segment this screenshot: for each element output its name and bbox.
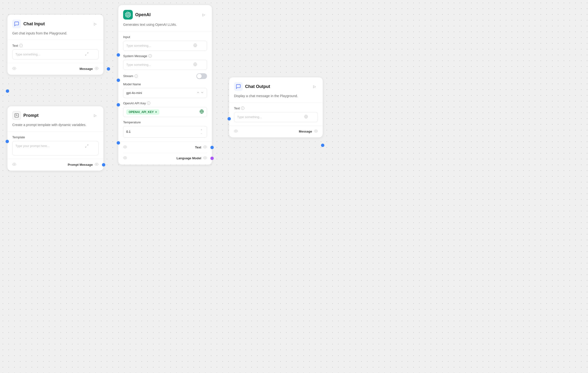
openai-sysmsg-field[interactable]: Type something... <box>123 60 207 70</box>
openai-langmodel-eye-left[interactable] <box>123 156 127 161</box>
openai-node: OpenAI ▷ Generates text using OpenAI LLM… <box>118 5 212 165</box>
openai-stream-label: Stream i <box>123 74 138 78</box>
openai-model-label: Model Name <box>123 83 207 86</box>
openai-model-select[interactable]: gpt-4o-mini <box>123 88 207 98</box>
model-chevron-icon <box>196 91 204 95</box>
openai-model-value: gpt-4o-mini <box>126 91 142 95</box>
openai-temp-value: 0.1 <box>126 130 131 134</box>
prompt-icon <box>12 111 21 120</box>
svg-point-10 <box>96 164 97 165</box>
chat-input-divider <box>8 40 103 40</box>
openai-temp-label: Temperature <box>123 121 207 124</box>
svg-point-9 <box>14 164 15 165</box>
prompt-footer: Prompt Message <box>8 159 103 171</box>
svg-point-23 <box>235 131 236 132</box>
chat-input-icon <box>12 20 21 28</box>
prompt-template-field[interactable]: Type your prompt here... <box>12 141 99 155</box>
chat-input-right-connector <box>107 67 110 71</box>
openai-footer-langmodel-row: Language Model <box>118 153 212 165</box>
openai-divider <box>118 31 212 31</box>
chat-output-header-left: Chat Output <box>234 82 270 91</box>
temp-stepper: + − <box>199 128 204 135</box>
openai-input-globe-icon <box>193 43 197 48</box>
prompt-run-button[interactable]: ▷ <box>92 112 99 119</box>
openai-input-field[interactable]: Type something... <box>123 41 207 51</box>
chat-input-footer-label: Message <box>80 66 99 71</box>
stream-info-icon: i <box>135 74 138 78</box>
openai-apikey-close-icon[interactable]: × <box>155 110 157 114</box>
prompt-node: Prompt ▷ Create a prompt template with d… <box>7 106 104 171</box>
svg-line-8 <box>85 146 86 147</box>
chat-output-body: Text i Type something... <box>229 106 323 122</box>
openai-header: OpenAI ▷ <box>118 5 212 22</box>
chat-input-node: Chat Input ▷ Get chat inputs from the Pl… <box>7 14 104 75</box>
openai-input-label: Input <box>123 35 207 39</box>
chat-input-title: Chat Input <box>23 21 45 27</box>
prompt-footer-label: Prompt Message <box>68 162 99 167</box>
svg-point-24 <box>315 131 316 132</box>
temp-decrement-button[interactable]: − <box>199 132 204 135</box>
openai-text-eye-left[interactable] <box>123 145 127 150</box>
prompt-body: Template Type your prompt here... <box>8 135 103 155</box>
openai-text-output-label: Text <box>195 145 201 149</box>
svg-point-19 <box>125 157 126 158</box>
openai-langmodel-eye-right[interactable] <box>203 156 207 161</box>
apikey-info-icon: i <box>147 102 150 105</box>
openai-text-eye-right[interactable] <box>203 145 207 150</box>
svg-line-0 <box>87 52 88 54</box>
chat-input-footer-left <box>12 66 16 71</box>
chat-output-eye-icon[interactable] <box>234 129 238 134</box>
openai-title: OpenAI <box>135 12 151 17</box>
chat-input-run-button[interactable]: ▷ <box>92 21 99 27</box>
prompt-footer-eye-icon[interactable] <box>95 162 99 167</box>
chat-output-header: Chat Output ▷ <box>229 77 323 94</box>
openai-apikey-globe-icon <box>200 109 204 114</box>
openai-apikey-connector <box>117 141 120 145</box>
prompt-header: Prompt ▷ <box>8 106 103 123</box>
chat-input-expand-icon <box>85 52 89 57</box>
openai-apikey-field[interactable]: OPENAI_API_KEY × <box>123 107 207 117</box>
svg-point-17 <box>125 146 126 147</box>
chat-input-message-label: Message <box>80 67 93 71</box>
chat-input-footer-eye-icon[interactable] <box>95 66 99 71</box>
prompt-divider <box>8 131 103 132</box>
chat-output-run-button[interactable]: ▷ <box>311 83 318 90</box>
chat-input-left-connector <box>6 89 9 93</box>
chat-input-eye-icon[interactable] <box>12 66 16 71</box>
chat-input-header: Chat Input ▷ <box>8 15 103 31</box>
chat-output-text-label: Text i <box>234 106 318 110</box>
temp-increment-button[interactable]: + <box>199 128 204 132</box>
chat-output-text-info-icon: i <box>241 106 244 110</box>
chat-output-left-connector <box>228 117 231 121</box>
openai-sysmsg-connector <box>117 79 120 82</box>
chat-output-footer-label: Message <box>299 129 318 134</box>
chat-input-text-label: Text i <box>12 44 99 47</box>
openai-apikey-tag-text: OPENAI_API_KEY <box>129 110 154 114</box>
prompt-eye-icon[interactable] <box>12 162 16 167</box>
svg-line-1 <box>85 54 86 55</box>
prompt-message-label: Prompt Message <box>68 163 93 166</box>
chat-output-footer-left <box>234 129 238 134</box>
prompt-right-connector <box>102 163 105 166</box>
prompt-description: Create a prompt template with dynamic va… <box>8 123 103 131</box>
chat-output-footer: Message <box>229 125 323 137</box>
openai-header-left: OpenAI <box>123 10 151 20</box>
chat-output-description: Display a chat message in the Playground… <box>229 94 323 103</box>
chat-input-body: Text i Type something... <box>8 44 103 60</box>
openai-langmodel-label: Language Model <box>176 156 201 160</box>
chat-input-text-field[interactable]: Type something... <box>12 49 99 60</box>
chat-output-footer-eye-icon[interactable] <box>314 129 318 134</box>
toggle-thumb <box>197 74 202 79</box>
prompt-footer-left <box>12 162 16 167</box>
openai-stream-toggle[interactable] <box>196 73 207 79</box>
chat-output-text-field[interactable]: Type something... <box>234 112 318 122</box>
openai-temp-field[interactable]: 0.1 + − <box>123 126 207 138</box>
chat-input-header-left: Chat Input <box>12 20 45 28</box>
openai-icon <box>123 10 133 20</box>
prompt-template-label: Template <box>12 135 99 139</box>
openai-run-button[interactable]: ▷ <box>200 11 207 18</box>
openai-body: Input Type something... System Message i… <box>118 35 212 138</box>
chat-output-node: Chat Output ▷ Display a chat message in … <box>229 77 323 138</box>
openai-sysmsg-globe-icon <box>193 62 197 67</box>
chat-output-right-connector <box>321 144 324 147</box>
